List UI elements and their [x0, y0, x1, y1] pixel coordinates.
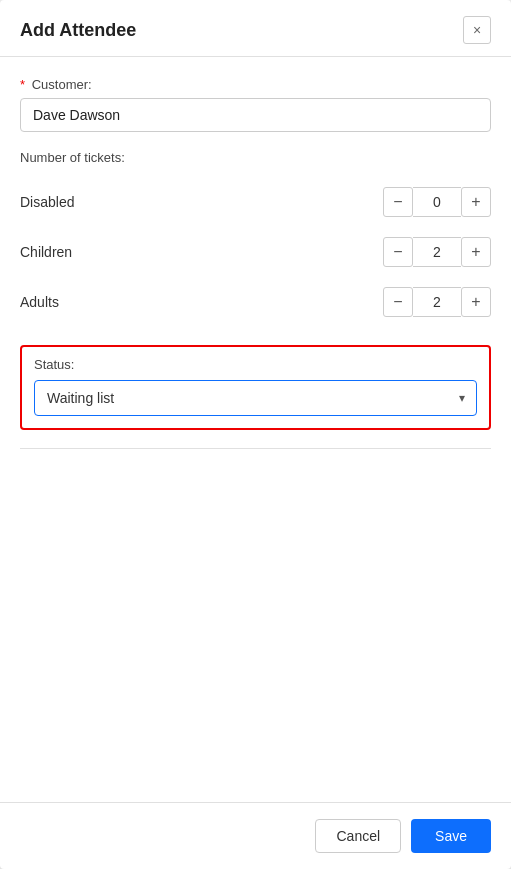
decrement-children-button[interactable]: − — [383, 237, 413, 267]
customer-field-group: * Customer: — [20, 77, 491, 132]
customer-input[interactable] — [20, 98, 491, 132]
customer-label: * Customer: — [20, 77, 491, 92]
status-label: Status: — [34, 357, 477, 372]
increment-adults-button[interactable]: + — [461, 287, 491, 317]
modal-body: * Customer: Number of tickets: Disabled … — [0, 57, 511, 802]
decrement-adults-button[interactable]: − — [383, 287, 413, 317]
children-value: 2 — [413, 237, 461, 267]
ticket-stepper-adults: − 2 + — [383, 287, 491, 317]
body-divider — [20, 448, 491, 449]
status-select-wrapper: Waiting list Confirmed Cancelled ▾ — [34, 380, 477, 416]
decrement-disabled-button[interactable]: − — [383, 187, 413, 217]
increment-disabled-button[interactable]: + — [461, 187, 491, 217]
customer-label-text: Customer: — [32, 77, 92, 92]
modal-footer: Cancel Save — [0, 802, 511, 869]
increment-children-button[interactable]: + — [461, 237, 491, 267]
close-button[interactable]: × — [463, 16, 491, 44]
ticket-row-adults: Adults − 2 + — [20, 277, 491, 327]
ticket-row-disabled: Disabled − 0 + — [20, 177, 491, 227]
tickets-label: Number of tickets: — [20, 150, 491, 165]
status-section: Status: Waiting list Confirmed Cancelled… — [20, 345, 491, 430]
save-button[interactable]: Save — [411, 819, 491, 853]
disabled-value: 0 — [413, 187, 461, 217]
modal-header: Add Attendee × — [0, 0, 511, 57]
ticket-row-children: Children − 2 + — [20, 227, 491, 277]
add-attendee-modal: Add Attendee × * Customer: Number of tic… — [0, 0, 511, 869]
ticket-label-disabled: Disabled — [20, 194, 74, 210]
ticket-stepper-disabled: − 0 + — [383, 187, 491, 217]
status-select[interactable]: Waiting list Confirmed Cancelled — [34, 380, 477, 416]
modal-title: Add Attendee — [20, 20, 136, 41]
required-asterisk: * — [20, 77, 25, 92]
ticket-label-adults: Adults — [20, 294, 59, 310]
adults-value: 2 — [413, 287, 461, 317]
ticket-label-children: Children — [20, 244, 72, 260]
tickets-group: Number of tickets: Disabled − 0 + Childr… — [20, 150, 491, 327]
ticket-stepper-children: − 2 + — [383, 237, 491, 267]
cancel-button[interactable]: Cancel — [315, 819, 401, 853]
